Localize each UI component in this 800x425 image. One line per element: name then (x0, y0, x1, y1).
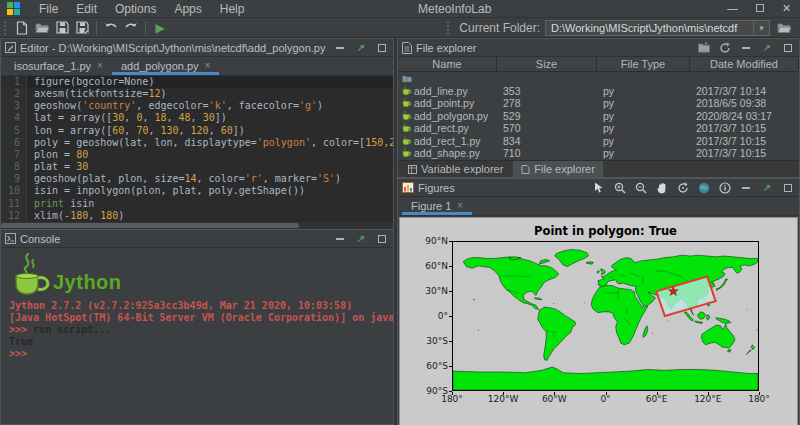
scrollbar-thumb[interactable] (1, 223, 299, 228)
toolbar-separator (145, 21, 146, 35)
minimize-panel-icon[interactable] (739, 181, 753, 195)
select-arrow-icon[interactable] (592, 181, 606, 195)
table-row[interactable]: add_line.py353py2017/3/7 10:14 (398, 85, 799, 98)
code-editor[interactable]: 1figure(bgcolor=None)2axesm(tickfontsize… (1, 76, 393, 222)
table-row[interactable]: add_rect.py570py2017/3/7 10:15 (398, 122, 799, 135)
file-table-header[interactable]: NameSizeFile TypeDate Modified (398, 57, 799, 72)
save-as-icon[interactable] (72, 20, 92, 36)
pan-hand-icon[interactable] (655, 181, 669, 195)
float-panel-icon[interactable]: ↗ (760, 41, 774, 55)
file-type-cell: py (597, 122, 690, 135)
code-line-2[interactable]: 2axesm(tickfontsize=12) (1, 88, 393, 100)
figures-panel-header: Figures ↗ (398, 179, 799, 197)
code-line-5[interactable]: 5lon = array([60, 70, 130, 120, 60]) (1, 125, 393, 137)
maximize-panel-icon[interactable] (375, 232, 389, 246)
maximize-panel-icon[interactable] (781, 181, 795, 195)
table-row[interactable]: add_shape.py710py2017/3/7 10:15 (398, 147, 799, 160)
window-title: MeteoInfoLab (418, 0, 491, 18)
code-text: figure(bgcolor=None) (27, 76, 154, 88)
table-row[interactable]: add_polygon.py529py2020/8/24 03:17 (398, 110, 799, 123)
code-text: lon = array([60, 70, 130, 120, 60]) (27, 125, 245, 137)
x-tick-mark (606, 392, 607, 395)
y-tick-label: 30°S (418, 336, 448, 346)
tab-figure-1[interactable]: Figure 1 × (402, 196, 472, 215)
file-explorer-panel: File explorer ↗ NameSizeFile TypeDate Mo… (397, 38, 800, 178)
editor-icon (5, 42, 16, 53)
column-header-file-type[interactable]: File Type (597, 57, 690, 71)
run-script-icon[interactable]: ▶ (150, 20, 170, 36)
parent-directory-row[interactable] (398, 72, 799, 85)
console-icon (5, 233, 16, 244)
editor-horizontal-scrollbar[interactable] (1, 222, 393, 229)
menu-item-help[interactable]: Help (211, 0, 254, 18)
minimize-panel-icon[interactable] (739, 41, 753, 55)
table-row[interactable]: add_rect_1.py834py2017/3/7 10:15 (398, 135, 799, 148)
menu-item-edit[interactable]: Edit (67, 0, 106, 18)
code-line-11[interactable]: 11print isin (1, 198, 393, 210)
undo-icon[interactable] (101, 20, 121, 36)
y-tick-label: 0° (418, 311, 448, 321)
map-plot-area[interactable] (452, 241, 759, 391)
minimize-panel-icon[interactable] (333, 41, 347, 55)
current-folder-combobox[interactable]: D:\Working\MIScript\Jython\mis\netcdf ▾ (545, 20, 770, 36)
zoom-out-icon[interactable] (634, 181, 648, 195)
figure-canvas[interactable]: Point in polygon: True (399, 217, 798, 425)
close-icon[interactable]: × (97, 60, 103, 71)
redo-icon[interactable] (121, 20, 141, 36)
y-tick-mark (449, 366, 452, 367)
console-panel-title: Console (20, 233, 60, 245)
zoom-in-icon[interactable] (613, 181, 627, 195)
new-file-icon[interactable] (12, 20, 32, 36)
editor-tab-add_polygon.py[interactable]: add_polygon.py× (112, 56, 220, 75)
menu-item-apps[interactable]: Apps (165, 0, 210, 18)
column-header-name[interactable]: Name (398, 57, 497, 71)
globe-icon[interactable] (697, 181, 711, 195)
menu-item-file[interactable]: File (30, 0, 67, 18)
chevron-down-icon[interactable]: ▾ (753, 21, 769, 35)
y-tick-mark (449, 291, 452, 292)
editor-tab-isosurface_1.py[interactable]: isosurface_1.py× (5, 56, 112, 75)
x-tick-label: 60°E (635, 394, 679, 404)
float-panel-icon[interactable]: ↗ (760, 181, 774, 195)
float-panel-icon[interactable]: ↗ (354, 232, 368, 246)
close-icon[interactable]: × (205, 60, 211, 71)
menu-item-options[interactable]: Options (106, 0, 165, 18)
open-file-icon[interactable] (32, 20, 52, 36)
console-output[interactable]: Jython Jython 2.7.2 (v2.7.2:925a3cc3b49d… (1, 248, 393, 424)
x-tick-mark (657, 392, 658, 395)
close-window-button[interactable]: × (773, 0, 800, 18)
figure-tab-label: Figure 1 (411, 200, 451, 212)
code-line-9[interactable]: 9geoshow(plat, plon, size=14, color='r',… (1, 173, 393, 185)
minimize-panel-icon[interactable] (333, 232, 347, 246)
code-line-10[interactable]: 10isin = inpolygon(plon, plat, poly.getS… (1, 185, 393, 197)
code-line-12[interactable]: 12xlim(-180, 180) (1, 210, 393, 222)
column-header-size[interactable]: Size (497, 57, 597, 71)
code-line-8[interactable]: 8plat = 30 (1, 161, 393, 173)
tab-variable-explorer[interactable]: Variable explorer (400, 161, 511, 177)
file-size-cell: 710 (497, 147, 597, 160)
code-line-7[interactable]: 7plon = 80 (1, 149, 393, 161)
float-panel-icon[interactable]: ↗ (354, 41, 368, 55)
toolbar-grip (447, 21, 451, 35)
current-folder-value[interactable]: D:\Working\MIScript\Jython\mis\netcdf (546, 22, 753, 34)
column-header-date-modified[interactable]: Date Modified (690, 57, 799, 71)
close-icon[interactable]: × (457, 200, 463, 211)
line-number: 11 (1, 198, 27, 210)
rotate-icon[interactable] (676, 181, 690, 195)
minimize-window-button[interactable]: — (719, 0, 746, 18)
identify-info-icon[interactable] (718, 181, 732, 195)
maximize-window-button[interactable] (746, 0, 773, 18)
tab-file-explorer[interactable]: File explorer (513, 161, 603, 177)
code-line-4[interactable]: 4lat = array([30, 0, 18, 48, 30]) (1, 112, 393, 124)
maximize-panel-icon[interactable] (375, 41, 389, 55)
save-icon[interactable] (52, 20, 72, 36)
table-row[interactable]: add_point.py278py2018/6/5 09:38 (398, 97, 799, 110)
folder-up-icon[interactable] (697, 41, 711, 55)
code-line-3[interactable]: 3geoshow('country', edgecolor='k', facec… (1, 100, 393, 112)
refresh-icon[interactable] (718, 41, 732, 55)
maximize-panel-icon[interactable] (781, 41, 795, 55)
x-tick-mark (554, 392, 555, 395)
code-line-1[interactable]: 1figure(bgcolor=None) (1, 76, 393, 88)
browse-folder-icon[interactable] (774, 20, 794, 36)
code-line-6[interactable]: 6poly = geoshow(lat, lon, displaytype='p… (1, 137, 393, 149)
